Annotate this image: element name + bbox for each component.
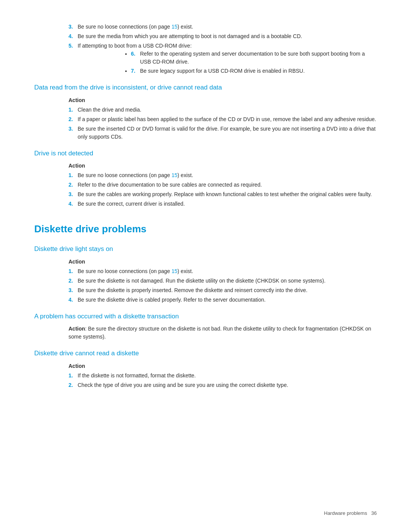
list-item: Be sure no loose connections (on page 15… bbox=[68, 23, 377, 31]
action-list-data-read: Clean the drive and media. If a paper or… bbox=[68, 106, 377, 141]
top-continuation-list: Be sure no loose connections (on page 15… bbox=[68, 23, 377, 75]
diskette-section: Diskette drive problems Diskette drive l… bbox=[34, 222, 377, 389]
page: Be sure no loose connections (on page 15… bbox=[0, 0, 411, 532]
action-label-data-read: Action bbox=[68, 96, 377, 104]
list-item: Refer to the drive documentation to be s… bbox=[68, 181, 377, 189]
action-inline-diskette-transaction: Action: Be sure the directory structure … bbox=[68, 325, 377, 341]
list-item: Be sure the diskette is not damaged. Run… bbox=[68, 277, 377, 285]
section-heading-diskette-light: Diskette drive light stays on bbox=[34, 244, 377, 254]
action-text-diskette-transaction: Be sure the directory structure on the d… bbox=[68, 326, 371, 340]
list-item: Be sure the media from which you are att… bbox=[68, 32, 377, 40]
section-heading-data-read: Data read from the drive is inconsistent… bbox=[34, 83, 377, 93]
action-label-diskette-transaction: Action bbox=[68, 326, 85, 332]
list-item: Clean the drive and media. bbox=[68, 106, 377, 114]
action-list-drive-not-detected: Be sure no loose connections (on page 15… bbox=[68, 171, 377, 208]
footer-text: Hardware problems bbox=[324, 510, 367, 516]
action-label-diskette-cannot-read: Action bbox=[68, 362, 377, 370]
list-item: Be sure the diskette is properly inserte… bbox=[68, 286, 377, 294]
section-data-read: Data read from the drive is inconsistent… bbox=[34, 83, 377, 141]
list-item: Be sure the correct, current driver is i… bbox=[68, 200, 377, 208]
bullet-item: Refer to the operating system and server… bbox=[131, 50, 377, 66]
list-item: Be sure the cables are working properly.… bbox=[68, 190, 377, 198]
action-label-drive-not-detected: Action bbox=[68, 162, 377, 170]
action-list-diskette-cannot-read: If the diskette is not formatted, format… bbox=[68, 372, 377, 389]
list-item: If the diskette is not formatted, format… bbox=[68, 372, 377, 380]
page-link-15[interactable]: 15 bbox=[172, 172, 178, 178]
page-link-15[interactable]: 15 bbox=[172, 268, 178, 274]
section-drive-not-detected: Drive is not detected Action Be sure no … bbox=[34, 149, 377, 208]
section-heading-drive-not-detected: Drive is not detected bbox=[34, 149, 377, 158]
list-item: Check the type of drive you are using an… bbox=[68, 381, 377, 389]
section-heading-diskette-cannot-read: Diskette drive cannot read a diskette bbox=[34, 348, 377, 358]
list-item: Be sure no loose connections (on page 15… bbox=[68, 267, 377, 275]
sub-bullet-list: Refer to the operating system and server… bbox=[127, 50, 377, 75]
diskette-section-heading: Diskette drive problems bbox=[34, 222, 377, 236]
action-list-diskette-light: Be sure no loose connections (on page 15… bbox=[68, 267, 377, 304]
footer-page-number: 36 bbox=[371, 510, 377, 516]
section-diskette-cannot-read: Diskette drive cannot read a diskette Ac… bbox=[34, 348, 377, 389]
list-item: If a paper or plastic label has been app… bbox=[68, 115, 377, 123]
list-item: Be sure the diskette drive is cabled pro… bbox=[68, 296, 377, 304]
bullet-item: Be sure legacy support for a USB CD-ROM … bbox=[131, 67, 377, 75]
section-diskette-transaction: A problem has occurred with a diskette t… bbox=[34, 312, 377, 341]
action-label-diskette-light: Action bbox=[68, 258, 377, 266]
page-footer: Hardware problems 36 bbox=[324, 510, 377, 517]
list-item: If attempting to boot from a USB CD-ROM … bbox=[68, 42, 377, 75]
page-link-15[interactable]: 15 bbox=[172, 24, 178, 30]
section-diskette-light: Diskette drive light stays on Action Be … bbox=[34, 244, 377, 304]
section-heading-diskette-transaction: A problem has occurred with a diskette t… bbox=[34, 312, 377, 321]
list-item: Be sure no loose connections (on page 15… bbox=[68, 171, 377, 179]
list-item: Be sure the inserted CD or DVD format is… bbox=[68, 125, 377, 141]
